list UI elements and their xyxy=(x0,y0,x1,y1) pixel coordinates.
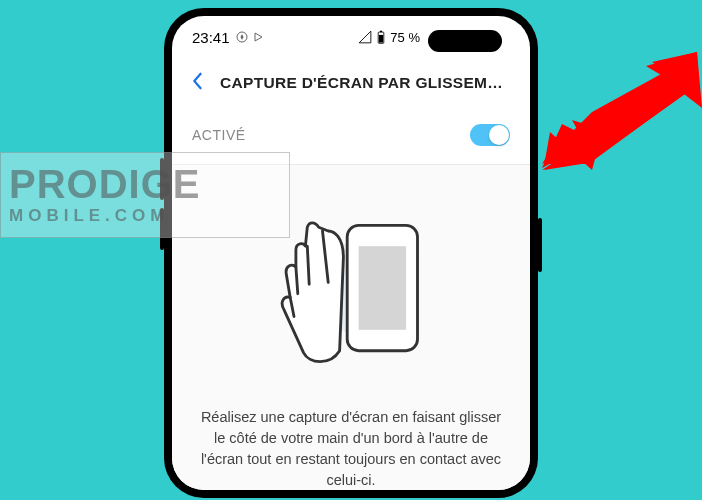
status-time: 23:41 xyxy=(192,29,230,46)
master-toggle[interactable] xyxy=(470,124,510,146)
svg-marker-11 xyxy=(542,120,604,170)
phone-frame: 23:41 75 % CAPTURE D'ÉCRAN PAR GLISSEMEN… xyxy=(164,8,538,498)
back-icon[interactable] xyxy=(190,72,204,94)
header: CAPTURE D'ÉCRAN PAR GLISSEMENT DE PAU… xyxy=(172,58,530,110)
svg-marker-12 xyxy=(580,52,700,156)
watermark-line1: PRODIGE xyxy=(9,164,289,204)
signal-icon xyxy=(358,30,372,44)
svg-marker-8 xyxy=(546,56,692,162)
pointer-arrow xyxy=(542,52,702,172)
play-icon xyxy=(252,31,264,43)
watermark: PRODIGE MOBILE.COM xyxy=(0,152,290,238)
svg-marker-7 xyxy=(544,126,604,170)
compass-icon xyxy=(236,31,248,43)
toggle-label: ACTIVÉ xyxy=(192,127,246,143)
svg-marker-13 xyxy=(544,122,598,170)
page-title: CAPTURE D'ÉCRAN PAR GLISSEMENT DE PAU… xyxy=(220,74,512,92)
toggle-thumb xyxy=(489,125,509,145)
description-text: Réalisez une capture d'écran en faisant … xyxy=(192,407,510,490)
screen: 23:41 75 % CAPTURE D'ÉCRAN PAR GLISSEMEN… xyxy=(172,16,530,490)
svg-rect-2 xyxy=(380,31,382,32)
status-icons xyxy=(236,31,264,43)
battery-pct: 75 % xyxy=(390,30,420,45)
power-button xyxy=(538,218,542,272)
svg-marker-14 xyxy=(574,52,702,160)
pointer-arrow-clean xyxy=(542,52,702,172)
svg-marker-9 xyxy=(542,124,594,168)
svg-marker-10 xyxy=(546,54,694,164)
battery-icon xyxy=(376,30,386,44)
svg-rect-6 xyxy=(359,246,407,330)
watermark-line2: MOBILE.COM xyxy=(9,206,289,226)
svg-rect-3 xyxy=(379,35,383,43)
camera-cutout xyxy=(428,30,502,52)
